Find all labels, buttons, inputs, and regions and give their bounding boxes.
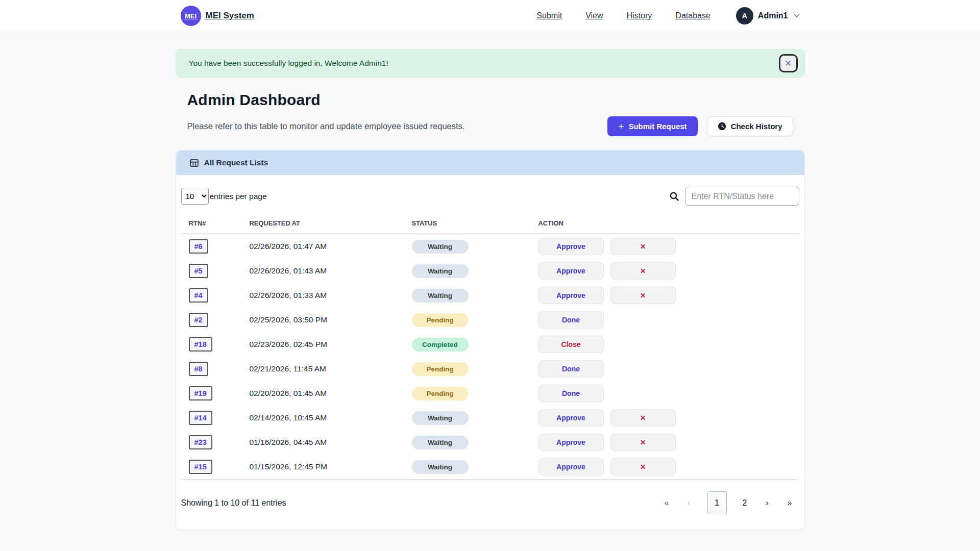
- pagination: «‹12›»: [663, 491, 794, 514]
- entries-summary: Showing 1 to 10 of 11 entries: [181, 498, 286, 508]
- pagination-next[interactable]: ›: [763, 498, 772, 508]
- requested-at: 02/20/2026, 01:45 AM: [243, 381, 406, 406]
- table-row: #1802/23/2026, 02:45 PMCompletedClose: [181, 332, 799, 357]
- column-header: STATUS: [406, 214, 532, 234]
- entries-per-page-label: entries per page: [210, 192, 267, 201]
- reject-button[interactable]: ✕: [610, 458, 676, 475]
- table-row: #1501/15/2026, 12:45 PMWaitingApprove✕: [181, 455, 799, 480]
- requested-at: 02/14/2026, 10:45 AM: [243, 406, 406, 430]
- pagination-last[interactable]: »: [786, 498, 794, 508]
- check-history-label: Check History: [731, 122, 782, 131]
- requested-at: 02/25/2026, 03:50 PM: [243, 308, 406, 332]
- status-badge: Pending: [412, 362, 469, 376]
- pagination-page-1[interactable]: 1: [707, 491, 727, 514]
- table-grid-icon: [190, 159, 199, 167]
- table-row: #402/26/2026, 01:33 AMWaitingApprove✕: [181, 283, 799, 308]
- search-icon: [669, 191, 679, 202]
- done-button[interactable]: Done: [538, 385, 604, 402]
- done-button[interactable]: Done: [538, 360, 604, 378]
- table-row: #1402/14/2026, 10:45 AMWaitingApprove✕: [181, 406, 799, 430]
- page-subtitle: Please refer to this table to monitor an…: [187, 121, 465, 131]
- search-input[interactable]: [685, 187, 799, 206]
- brand-name: MEI System: [206, 11, 254, 21]
- rtn-badge[interactable]: #15: [189, 460, 212, 474]
- pagination-first[interactable]: «: [663, 498, 671, 508]
- requested-at: 02/26/2026, 01:33 AM: [243, 283, 406, 308]
- reject-button[interactable]: ✕: [610, 262, 676, 280]
- chevron-down-icon: [794, 14, 800, 18]
- reject-button[interactable]: ✕: [610, 287, 676, 304]
- rtn-badge[interactable]: #6: [189, 239, 208, 254]
- plus-icon: +: [618, 121, 624, 131]
- pagination-page-2[interactable]: 2: [741, 498, 749, 508]
- requested-at: 01/16/2026, 04:45 AM: [243, 430, 406, 455]
- done-button[interactable]: Done: [538, 311, 604, 329]
- requested-at: 01/15/2026, 12:45 PM: [243, 455, 406, 480]
- rtn-badge[interactable]: #8: [189, 362, 208, 376]
- approve-button[interactable]: Approve: [538, 409, 604, 427]
- column-header: RTN#: [181, 214, 243, 234]
- nav-link-submit[interactable]: Submit: [536, 11, 562, 20]
- requested-at: 02/26/2026, 01:47 AM: [243, 234, 406, 259]
- status-badge: Completed: [412, 338, 469, 352]
- status-badge: Waiting: [412, 436, 469, 449]
- rtn-badge[interactable]: #14: [189, 411, 212, 425]
- status-badge: Waiting: [412, 240, 469, 254]
- page-title: Admin Dashboard: [187, 91, 793, 109]
- approve-button[interactable]: Approve: [538, 262, 604, 280]
- close-icon: ✕: [785, 59, 792, 68]
- brand-logo-icon: MEI: [181, 6, 201, 26]
- close-button[interactable]: Close: [538, 336, 604, 353]
- success-alert: You have been successfully logged in, We…: [176, 49, 805, 78]
- column-header: REQUESTED AT: [243, 214, 406, 234]
- submit-request-label: Submit Request: [628, 122, 687, 131]
- entries-per-page-select[interactable]: 10: [181, 188, 209, 205]
- card-header-title: All Request Lists: [204, 158, 268, 167]
- requested-at: 02/26/2026, 01:43 AM: [243, 259, 406, 283]
- reject-button[interactable]: ✕: [610, 434, 676, 451]
- status-badge: Waiting: [412, 289, 469, 303]
- status-badge: Pending: [412, 313, 469, 327]
- rtn-badge[interactable]: #23: [189, 435, 212, 449]
- approve-button[interactable]: Approve: [538, 434, 604, 451]
- status-badge: Waiting: [412, 264, 469, 278]
- user-menu[interactable]: A Admin1: [736, 7, 800, 24]
- alert-close-button[interactable]: ✕: [779, 54, 798, 72]
- nav-link-view[interactable]: View: [585, 11, 603, 20]
- status-badge: Pending: [412, 387, 469, 400]
- card-header: All Request Lists: [176, 151, 804, 175]
- request-list-card: All Request Lists 10 entries per page RT…: [176, 150, 805, 530]
- submit-request-button[interactable]: + Submit Request: [607, 116, 697, 136]
- table-row: #802/21/2026, 11:45 AMPendingDone: [181, 357, 799, 381]
- reject-button[interactable]: ✕: [610, 238, 676, 255]
- alert-message: You have been successfully logged in, We…: [189, 59, 388, 67]
- requested-at: 02/23/2026, 02:45 PM: [243, 332, 406, 357]
- rtn-badge[interactable]: #18: [189, 337, 212, 352]
- pagination-prev[interactable]: ‹: [685, 498, 694, 508]
- nav-link-history[interactable]: History: [627, 11, 652, 20]
- check-history-button[interactable]: Check History: [707, 116, 793, 136]
- rtn-badge[interactable]: #4: [189, 288, 208, 303]
- status-badge: Waiting: [412, 460, 469, 474]
- rtn-badge[interactable]: #5: [189, 264, 208, 278]
- clock-icon: [718, 122, 726, 131]
- table-row: #2301/16/2026, 04:45 AMWaitingApprove✕: [181, 430, 799, 455]
- table-row: #202/25/2026, 03:50 PMPendingDone: [181, 308, 799, 332]
- approve-button[interactable]: Approve: [538, 287, 604, 304]
- avatar: A: [736, 7, 753, 24]
- rtn-badge[interactable]: #19: [189, 386, 212, 400]
- requested-at: 02/21/2026, 11:45 AM: [243, 357, 406, 381]
- rtn-badge[interactable]: #2: [189, 313, 208, 327]
- table-row: #1902/20/2026, 01:45 AMPendingDone: [181, 381, 799, 406]
- approve-button[interactable]: Approve: [538, 458, 604, 475]
- status-badge: Waiting: [412, 411, 469, 425]
- table-row: #502/26/2026, 01:43 AMWaitingApprove✕: [181, 259, 799, 283]
- table-row: #602/26/2026, 01:47 AMWaitingApprove✕: [181, 234, 799, 259]
- requests-table: RTN#REQUESTED ATSTATUSACTION #602/26/202…: [181, 214, 799, 480]
- nav-link-database[interactable]: Database: [675, 11, 710, 20]
- navbar: MEI MEI System SubmitViewHistoryDatabase…: [0, 0, 980, 32]
- brand-link[interactable]: MEI MEI System: [181, 6, 254, 26]
- user-name: Admin1: [758, 11, 788, 20]
- reject-button[interactable]: ✕: [610, 409, 676, 427]
- approve-button[interactable]: Approve: [538, 238, 604, 255]
